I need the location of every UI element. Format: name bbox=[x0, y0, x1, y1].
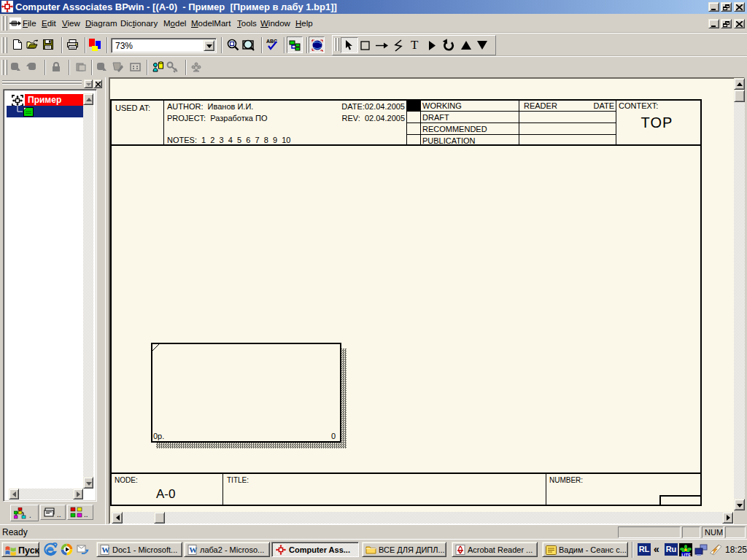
svg-text:LITE: LITE bbox=[681, 553, 691, 557]
svg-text:W: W bbox=[189, 545, 197, 554]
svg-text:W: W bbox=[101, 545, 109, 554]
